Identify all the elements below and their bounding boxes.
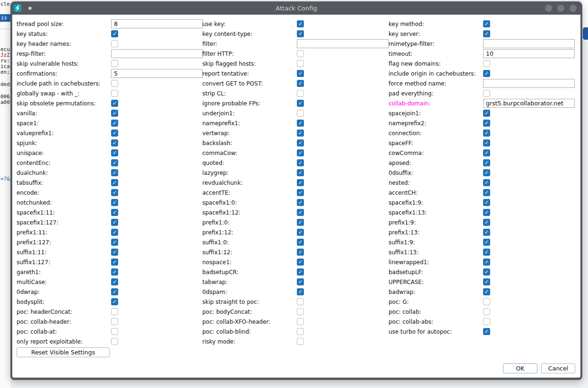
setting-checkbox[interactable]: [297, 60, 304, 67]
setting-checkbox[interactable]: [297, 110, 304, 117]
setting-checkbox[interactable]: ✓: [111, 159, 118, 166]
setting-input[interactable]: [111, 69, 203, 78]
setting-checkbox[interactable]: [111, 80, 118, 87]
setting-checkbox[interactable]: [483, 308, 490, 315]
setting-checkbox[interactable]: ✓: [297, 139, 304, 147]
setting-checkbox[interactable]: ✓: [483, 278, 490, 285]
setting-checkbox[interactable]: ✓: [297, 30, 304, 37]
setting-checkbox[interactable]: ✓: [483, 120, 490, 127]
setting-checkbox[interactable]: ✓: [297, 199, 304, 206]
setting-checkbox[interactable]: ✓: [483, 30, 490, 37]
setting-checkbox[interactable]: ✓: [111, 139, 118, 147]
setting-checkbox[interactable]: ✓: [297, 159, 304, 166]
setting-input[interactable]: [483, 99, 575, 108]
setting-checkbox[interactable]: ✓: [483, 139, 490, 147]
setting-checkbox[interactable]: ✓: [111, 249, 118, 256]
setting-checkbox[interactable]: ✓: [297, 219, 304, 226]
setting-checkbox[interactable]: [483, 90, 490, 97]
setting-checkbox[interactable]: [297, 50, 304, 57]
setting-checkbox[interactable]: ✓: [297, 100, 304, 107]
setting-checkbox[interactable]: ✓: [111, 129, 118, 137]
setting-checkbox[interactable]: ✓: [483, 268, 490, 276]
setting-checkbox[interactable]: [483, 318, 490, 325]
window-button-3[interactable]: [570, 5, 577, 12]
setting-checkbox[interactable]: ✓: [111, 149, 118, 156]
setting-checkbox[interactable]: ✓: [483, 189, 490, 196]
setting-input[interactable]: [483, 79, 575, 88]
setting-input[interactable]: [483, 39, 575, 48]
setting-checkbox[interactable]: ✓: [483, 169, 490, 176]
ok-button[interactable]: OK: [503, 363, 537, 373]
setting-checkbox[interactable]: ✓: [111, 259, 118, 266]
window-button-1[interactable]: [545, 5, 552, 12]
setting-checkbox[interactable]: ✓: [111, 189, 118, 196]
setting-checkbox[interactable]: ✓: [483, 229, 490, 236]
setting-input[interactable]: [111, 49, 203, 58]
setting-input[interactable]: [297, 39, 389, 48]
setting-checkbox[interactable]: ✓: [297, 268, 304, 276]
setting-checkbox[interactable]: ✓: [111, 169, 118, 176]
setting-checkbox[interactable]: ✓: [111, 219, 118, 226]
setting-checkbox[interactable]: ✓: [483, 209, 490, 216]
setting-checkbox[interactable]: [297, 338, 304, 345]
cancel-button[interactable]: Cancel: [541, 363, 575, 373]
setting-checkbox[interactable]: ✓: [483, 110, 490, 117]
setting-checkbox[interactable]: ✓: [297, 249, 304, 256]
setting-checkbox[interactable]: [297, 328, 304, 335]
setting-checkbox[interactable]: ✓: [297, 80, 304, 87]
setting-checkbox[interactable]: ✓: [111, 100, 118, 107]
setting-checkbox[interactable]: ✓: [297, 70, 304, 77]
setting-checkbox[interactable]: [297, 308, 304, 315]
setting-checkbox[interactable]: [483, 60, 490, 67]
setting-checkbox[interactable]: ✓: [483, 259, 490, 266]
setting-checkbox[interactable]: ✓: [483, 219, 490, 226]
setting-checkbox[interactable]: ✓: [111, 288, 118, 295]
setting-checkbox[interactable]: [111, 318, 118, 325]
setting-checkbox[interactable]: ✓: [483, 70, 490, 77]
setting-checkbox[interactable]: ✓: [297, 179, 304, 186]
setting-checkbox[interactable]: ✓: [111, 30, 118, 37]
setting-checkbox[interactable]: ✓: [483, 249, 490, 256]
window-button-2[interactable]: [557, 5, 564, 12]
setting-checkbox[interactable]: ✓: [111, 268, 118, 276]
setting-checkbox[interactable]: [111, 90, 118, 97]
setting-checkbox[interactable]: ✓: [297, 129, 304, 137]
setting-checkbox[interactable]: ✓: [297, 169, 304, 176]
setting-checkbox[interactable]: ✓: [483, 199, 490, 206]
setting-checkbox[interactable]: ✓: [483, 149, 490, 156]
setting-checkbox[interactable]: ✓: [297, 189, 304, 196]
setting-checkbox[interactable]: [297, 318, 304, 325]
setting-checkbox[interactable]: ✓: [111, 229, 118, 236]
setting-input[interactable]: [483, 49, 575, 58]
setting-checkbox[interactable]: ✓: [483, 179, 490, 186]
reset-visible-settings-button[interactable]: Reset Visible Settings: [17, 347, 110, 357]
setting-checkbox[interactable]: ✓: [297, 239, 304, 246]
setting-checkbox[interactable]: ✓: [297, 229, 304, 236]
setting-checkbox[interactable]: ✓: [483, 239, 490, 246]
setting-checkbox[interactable]: [111, 328, 118, 335]
setting-checkbox[interactable]: ✓: [111, 298, 118, 305]
setting-checkbox[interactable]: ✓: [483, 288, 490, 295]
setting-checkbox[interactable]: [483, 298, 490, 305]
setting-checkbox[interactable]: ✓: [111, 239, 118, 246]
setting-checkbox[interactable]: [111, 40, 118, 47]
setting-checkbox[interactable]: [297, 298, 304, 305]
setting-checkbox[interactable]: ✓: [297, 209, 304, 216]
setting-checkbox[interactable]: ✓: [111, 209, 118, 216]
setting-checkbox[interactable]: ✓: [297, 149, 304, 156]
setting-checkbox[interactable]: ✓: [297, 259, 304, 266]
setting-checkbox[interactable]: ✓: [297, 278, 304, 285]
setting-checkbox[interactable]: ✓: [483, 129, 490, 137]
setting-checkbox[interactable]: ✓: [297, 20, 304, 27]
setting-checkbox[interactable]: ✓: [483, 159, 490, 166]
setting-checkbox[interactable]: ✓: [483, 20, 490, 27]
setting-checkbox[interactable]: [111, 338, 118, 345]
setting-input[interactable]: [111, 19, 203, 28]
dialog-titlebar[interactable]: Attack Config: [10, 1, 582, 15]
setting-checkbox[interactable]: [111, 308, 118, 315]
setting-checkbox[interactable]: ✓: [111, 278, 118, 285]
setting-checkbox[interactable]: ✓: [111, 110, 118, 117]
setting-checkbox[interactable]: ✓: [111, 120, 118, 127]
setting-checkbox[interactable]: ✓: [111, 199, 118, 206]
setting-checkbox[interactable]: ✓: [297, 288, 304, 295]
